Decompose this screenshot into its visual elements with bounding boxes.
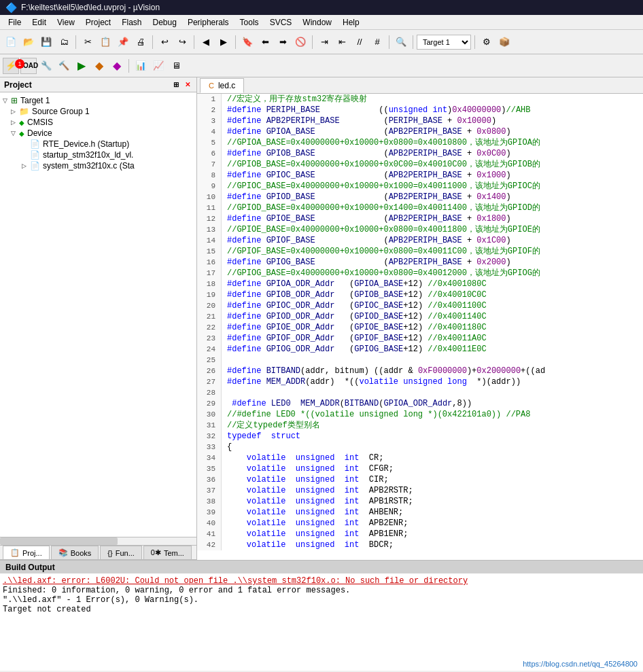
open-button[interactable]: 📂 xyxy=(20,34,37,50)
tb2-btn6[interactable]: ◆ xyxy=(109,58,125,74)
tree-label-rtedevice: RTE_Device.h (Startup) xyxy=(43,139,129,149)
tree-item-device[interactable]: ▽ ◆ Device xyxy=(0,128,196,139)
manage-rte-button[interactable]: 📦 xyxy=(496,34,512,50)
copy-button[interactable]: 📋 xyxy=(97,34,114,50)
bookmark-prev-button[interactable]: ⬅ xyxy=(257,34,273,50)
new-file-button[interactable]: 📄 xyxy=(3,34,19,50)
tree-item-startup[interactable]: 📄 startup_stm32f10x_ld_vl. xyxy=(0,149,196,160)
code-line-4: 4#define GPIOA_BASE (APB2PERIPH_BASE + 0… xyxy=(197,126,643,137)
bookmark-next-button[interactable]: ➡ xyxy=(275,34,291,50)
tb2-btn5[interactable]: ◆ xyxy=(91,58,107,74)
folder-icon-sourcegroup1: 📁 xyxy=(19,107,29,116)
line-number-18: 18 xyxy=(197,279,222,289)
menu-project[interactable]: Project xyxy=(80,16,116,29)
line-number-6: 6 xyxy=(197,148,222,159)
panel-header-icons: ⊞ ✕ xyxy=(171,80,192,90)
menu-edit[interactable]: Edit xyxy=(27,16,52,29)
print-button[interactable]: 🖨 xyxy=(133,34,149,50)
bottom-tab-books[interactable]: 📚 Books xyxy=(51,546,99,559)
nav-back-button[interactable]: ◀ xyxy=(198,34,214,50)
tree-item-cmsis[interactable]: ▷ ◆ CMSIS xyxy=(0,117,196,128)
menu-file[interactable]: File xyxy=(3,16,27,29)
menu-peripherals[interactable]: Peripherals xyxy=(182,16,234,29)
find-button[interactable]: 🔍 xyxy=(393,34,409,50)
build-output-line2: Finished: 0 information, 0 warning, 0 er… xyxy=(3,586,640,595)
line-number-9: 9 xyxy=(197,181,222,192)
line-content-9: //GPIOC_BASE=0x40000000+0x10000+0x1000=0… xyxy=(222,181,643,192)
close-panel-button[interactable]: ✕ xyxy=(183,80,192,90)
line-content-8: #define GPIOC_BASE (APB2PERIPH_BASE + 0x… xyxy=(222,170,643,181)
menu-view[interactable]: View xyxy=(52,16,80,29)
cut-button[interactable]: ✂ xyxy=(80,34,96,50)
line-content-14: #define GPIOF_BASE (APB2PERIPH_BASE + 0x… xyxy=(222,235,643,246)
code-editor[interactable]: 1//宏定义，用于存放stm32寄存器映射2#define PERIPH_BAS… xyxy=(197,94,643,560)
tb2-btn9[interactable]: 🖥 xyxy=(168,58,184,74)
options-button[interactable]: ⚙ xyxy=(479,34,495,50)
bottom-tab-templates[interactable]: 0✱ Tem... xyxy=(143,546,192,559)
code-line-21: 21#define GPIOD_ODR_Addr (GPIOD_BASE+12)… xyxy=(197,311,643,322)
bottom-tab-project[interactable]: 📋 Proj... xyxy=(3,546,50,559)
nav-forward-button[interactable]: ▶ xyxy=(215,34,232,50)
uncomment-button[interactable]: # xyxy=(369,34,385,50)
redo-button[interactable]: ↪ xyxy=(174,34,190,50)
menu-window[interactable]: Window xyxy=(297,16,337,29)
menu-tools[interactable]: Tools xyxy=(234,16,264,29)
indent-button[interactable]: ⇥ xyxy=(316,34,332,50)
code-line-41: 41 volatile unsigned int APB1ENR; xyxy=(197,529,643,540)
line-number-8: 8 xyxy=(197,170,222,181)
menu-debug[interactable]: Debug xyxy=(147,16,182,29)
build-output[interactable]: .\\led.axf: error: L6002U: Could not ope… xyxy=(0,573,643,671)
tb2-btn7[interactable]: 📊 xyxy=(133,58,149,74)
code-line-40: 40 volatile unsigned int APB2ENR; xyxy=(197,518,643,529)
expand-icon-device: ▽ xyxy=(11,130,19,137)
build-output-line3: ".\\led.axf" - 1 Error(s), 0 Warning(s). xyxy=(3,595,640,605)
window-title: F:\keiltest\keil5\led\led.uvproj - µVisi… xyxy=(21,3,160,12)
line-content-32: typedef struct xyxy=(222,431,643,442)
tb2-btn2[interactable]: 🔧 xyxy=(38,58,54,74)
project-scroll[interactable] xyxy=(0,537,196,545)
save-all-button[interactable]: 🗂 xyxy=(56,34,72,50)
dock-panel-button[interactable]: ⊞ xyxy=(171,80,181,90)
tb2-btn8[interactable]: 📈 xyxy=(150,58,167,74)
bottom-tab-functions[interactable]: {} Fun... xyxy=(100,546,141,559)
code-line-31: 31//定义typedef类型别名 xyxy=(197,420,643,431)
clear-bookmark-button[interactable]: 🚫 xyxy=(292,34,309,50)
line-content-40: volatile unsigned int APB2ENR; xyxy=(222,518,643,529)
line-number-28: 28 xyxy=(197,387,222,398)
separator9 xyxy=(128,59,129,73)
code-line-15: 15//GPIOF_BASE=0x40000000+0x10000+0x0800… xyxy=(197,246,643,257)
paste-button[interactable]: 📌 xyxy=(115,34,131,50)
line-content-13: //GPIOE_BASE=0x40000000+0x10000+0x0800=0… xyxy=(222,224,643,235)
separator2 xyxy=(152,35,153,49)
code-line-5: 5//GPIOA_BASE=0x40000000+0x10000+0x0800=… xyxy=(197,137,643,148)
line-content-2: #define PERIPH_BASE ((unsigned int)0x400… xyxy=(222,105,643,116)
bottom-tab-functions-label: Fun... xyxy=(116,549,135,557)
line-content-16: #define GPIOG_BASE (APB2PERIPH_BASE + 0x… xyxy=(222,257,643,268)
unindent-button[interactable]: ⇤ xyxy=(334,34,350,50)
comment-button[interactable]: // xyxy=(351,34,368,50)
line-number-13: 13 xyxy=(197,224,222,235)
line-content-35: volatile unsigned int CFGR; xyxy=(222,463,643,474)
line-number-16: 16 xyxy=(197,257,222,268)
menu-svcs[interactable]: SVCS xyxy=(264,16,298,29)
line-number-5: 5 xyxy=(197,137,222,148)
save-button[interactable]: 💾 xyxy=(38,34,54,50)
tb2-btn4[interactable]: ▶ xyxy=(73,58,90,74)
tree-item-sourcegroup1[interactable]: ▷ 📁 Source Group 1 xyxy=(0,106,196,117)
bookmark-button[interactable]: 🔖 xyxy=(239,34,256,50)
tree-item-system[interactable]: ▷ 📄 system_stm32f10x.c (Sta xyxy=(0,160,196,171)
menu-help[interactable]: Help xyxy=(337,16,365,29)
menu-flash[interactable]: Flash xyxy=(116,16,147,29)
tree-item-rtedevice[interactable]: 📄 RTE_Device.h (Startup) xyxy=(0,139,196,149)
tree-label-target1: Target 1 xyxy=(20,96,50,105)
line-number-10: 10 xyxy=(197,192,222,202)
main-toolbar: 📄 📂 💾 🗂 ✂ 📋 📌 🖨 ↩ ↪ ◀ ▶ 🔖 ⬅ ➡ 🚫 ⇥ ⇤ // #… xyxy=(0,30,643,54)
file-icon-rtedevice: 📄 xyxy=(30,139,40,149)
target-dropdown[interactable]: Target 1 xyxy=(417,35,471,50)
code-line-32: 32typedef struct xyxy=(197,431,643,442)
tree-item-target1[interactable]: ▽ ⊞ Target 1 xyxy=(0,95,196,106)
tab-ledc[interactable]: C led.c xyxy=(200,78,244,93)
bottom-tab-books-icon: 📚 xyxy=(58,548,68,557)
tb2-btn3[interactable]: 🔨 xyxy=(56,58,72,74)
undo-button[interactable]: ↩ xyxy=(156,34,173,50)
